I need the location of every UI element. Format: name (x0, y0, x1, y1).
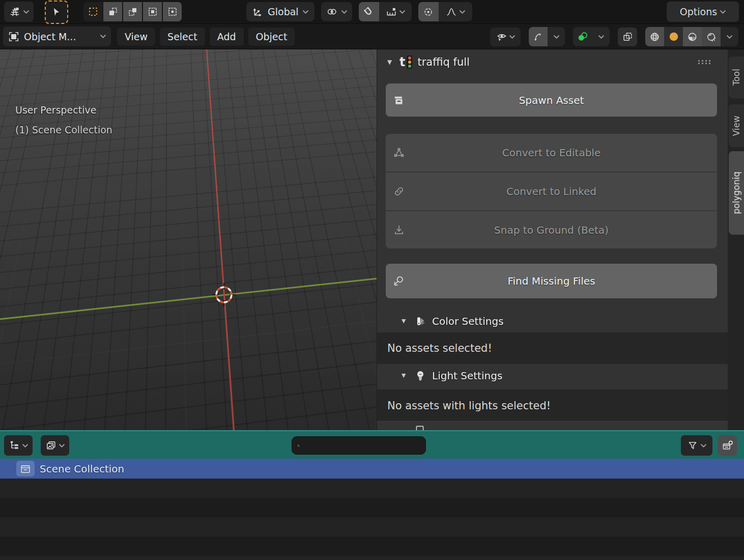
outliner-row-scene-collection[interactable]: Scene Collection (0, 459, 744, 479)
collection-icon (16, 461, 35, 477)
search-input[interactable] (304, 440, 420, 452)
outliner-region: Scene Collection (0, 430, 744, 560)
gizmos-dropdown[interactable] (548, 27, 565, 46)
chevron-down-icon (23, 10, 29, 14)
chevron-down-icon (460, 10, 465, 14)
chevron-down-icon (341, 10, 347, 14)
color-settings-header[interactable]: ▼ Color Settings (377, 310, 728, 332)
find-missing-files-button[interactable]: Find Missing Files (386, 264, 717, 298)
xray-icon (622, 32, 633, 42)
link-icon (393, 185, 405, 198)
spawn-asset-button[interactable]: Spawn Asset (386, 83, 717, 117)
tab-polygoniq[interactable]: polygoniq (729, 151, 744, 235)
light-bulb-icon (414, 370, 426, 382)
tab-view[interactable]: View (729, 104, 744, 147)
proportional-falloff-dropdown[interactable] (439, 2, 472, 21)
menu-add[interactable]: Add (210, 27, 244, 46)
traffiq-panel-header[interactable]: ▼ t traffiq full (377, 49, 728, 75)
snap-target-dropdown[interactable] (379, 2, 412, 21)
partial-subpanel-header[interactable] (377, 421, 728, 430)
shading-wireframe[interactable] (645, 27, 664, 46)
shading-cluster (645, 27, 738, 46)
snap-toggle[interactable] (359, 2, 379, 21)
shading-dropdown[interactable] (721, 27, 738, 46)
panel-title: traffiq full (417, 56, 469, 68)
options-label: Options (680, 6, 717, 17)
new-collection-icon (722, 440, 733, 452)
select-mode-group (83, 2, 182, 21)
outliner-empty-rows (0, 479, 744, 560)
select-mode-extend[interactable] (103, 2, 122, 21)
show-object-types-dropdown[interactable] (490, 27, 521, 46)
axis-y-green-line (0, 107, 377, 430)
viewport-3d[interactable]: User Perspective (1) Scene Collection (0, 49, 377, 430)
collapse-triangle-icon: ▼ (387, 59, 394, 66)
snap-to-ground-button[interactable]: Snap to Ground (Beta) (386, 211, 717, 248)
viewport-header-right (490, 27, 738, 46)
proportional-edit-toggle[interactable] (418, 2, 439, 21)
overlays-dropdown[interactable] (592, 27, 610, 46)
outliner-display-mode-button[interactable] (41, 435, 69, 456)
panel-grip-handle[interactable] (697, 60, 711, 65)
outliner-search[interactable] (292, 436, 426, 455)
chevron-down-icon (399, 10, 405, 14)
menu-select[interactable]: Select (160, 27, 205, 46)
pivot-point-dropdown[interactable] (321, 2, 352, 21)
gizmo-icon (533, 32, 543, 42)
new-collection-button[interactable] (718, 435, 737, 456)
collapse-triangle-icon: ▼ (402, 372, 409, 379)
editor-type-button[interactable] (4, 2, 34, 22)
collection-row-label: Scene Collection (40, 463, 124, 475)
color-settings-message: No assets selected! (377, 332, 728, 364)
snap-increment-icon (386, 6, 397, 17)
overlays-icon (577, 31, 588, 42)
overlays-toggle[interactable] (573, 27, 592, 46)
outliner-filter-button[interactable] (681, 435, 712, 456)
rendered-sphere-icon (706, 32, 717, 42)
color-swatch-icon (414, 315, 426, 327)
light-settings-header[interactable]: ▼ Light Settings (377, 364, 728, 387)
outliner-tree-icon (9, 440, 20, 451)
gizmos-cluster (529, 27, 565, 46)
shading-solid[interactable] (664, 27, 683, 46)
search-icon (297, 441, 300, 451)
chevron-down-icon (720, 10, 726, 14)
outliner-editor-type-button[interactable] (4, 435, 33, 456)
overlays-cluster (573, 27, 610, 46)
cursor-3d (209, 279, 239, 310)
chevron-down-icon (22, 444, 28, 447)
gizmos-toggle[interactable] (529, 27, 548, 46)
find-files-magnifier-icon (393, 275, 405, 287)
sidebar-tabstrip: Tool View polygoniq (728, 49, 744, 430)
wireframe-sphere-icon (649, 32, 660, 42)
interaction-mode-dropdown[interactable]: Object M... (3, 26, 111, 46)
active-tool-select-box[interactable] (45, 1, 68, 24)
xray-toggle[interactable] (618, 27, 637, 46)
pivot-point-icon (326, 6, 337, 17)
viewport-header: Object M... View Select Add Object (0, 24, 744, 49)
convert-to-editable-button[interactable]: Convert to Editable (386, 134, 717, 172)
shading-rendered[interactable] (702, 27, 721, 46)
viewport-menus: View Select Add Object (117, 27, 295, 46)
menu-object[interactable]: Object (248, 27, 295, 46)
chevron-down-icon (59, 444, 65, 447)
select-mode-subtract[interactable] (123, 2, 142, 21)
orientation-label: Global (268, 6, 299, 17)
select-mode-new[interactable] (83, 2, 102, 21)
tab-tool[interactable]: Tool (729, 57, 744, 98)
asset-box-icon (393, 94, 405, 106)
traffiq-logo-icon: t (399, 55, 412, 69)
outliner-header (0, 430, 744, 459)
options-dropdown[interactable]: Options (667, 2, 739, 22)
convert-to-linked-button[interactable]: Convert to Linked (386, 173, 717, 210)
object-mode-icon (8, 31, 19, 42)
menu-view[interactable]: View (117, 27, 155, 46)
select-mode-intersect[interactable] (163, 2, 182, 21)
shading-material[interactable] (683, 27, 702, 46)
filter-funnel-icon (687, 440, 698, 451)
select-mode-invert[interactable] (143, 2, 162, 21)
mesh-data-icon (393, 147, 405, 159)
snap-cluster (359, 2, 412, 21)
transform-orientation-dropdown[interactable]: Global (246, 2, 314, 21)
falloff-curve-icon (446, 6, 457, 17)
